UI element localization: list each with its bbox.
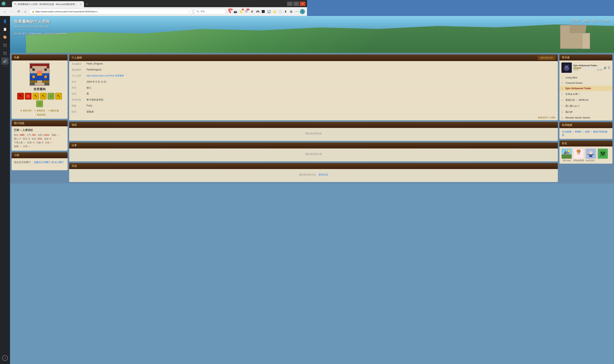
home-btn[interactable]: ⌂	[22, 9, 28, 14]
profile-homepage-link[interactable]: https://tieba.baidu.com/f?kw=世界重构	[86, 74, 124, 78]
stats-body: 已有 -- 人来访过 积分: 2985 人气: 303 金粒: 11611 贡献…	[12, 126, 68, 151]
badge-1[interactable]: ⛏	[17, 93, 24, 100]
minimize-btn[interactable]: —	[287, 2, 293, 6]
toolbar-icon-1[interactable]: 🔖 1.00	[227, 9, 232, 14]
avatar-header-label: 头像	[14, 56, 19, 59]
groups-panel: 小组 现在还没有圈子， 创建自己的圈子 或 加入圈子	[12, 152, 68, 170]
activity-empty: 现在还没有动态	[305, 132, 307, 135]
action-guestbook[interactable]: ✏ 查看留言	[34, 109, 45, 112]
art-icon: 🎨	[3, 35, 7, 39]
action-row-1: ⚙ 装扮空间 ✏ 查看留言 ✏ 编辑头像	[14, 109, 65, 112]
badge-7[interactable]: 🌿	[36, 100, 43, 107]
toolbar-icon-12[interactable]: ⊞	[289, 9, 294, 14]
profile-row-bedrock: 基岩版ID FlashDragons	[69, 67, 307, 73]
search-bar[interactable]: 🔍 搜索	[194, 9, 226, 14]
sidebar-item-art[interactable]: 🎨	[1, 34, 9, 41]
stats-panel: 统计信息 已有 -- 人来访过 积分: 2985 人气: 303 金粒: 116…	[12, 120, 68, 151]
profile-bedrock-value: FlashDragons	[86, 68, 101, 72]
content-area: 头像	[10, 53, 307, 182]
groups-body: 现在还没有圈子， 创建自己的圈子 或 加入圈子	[12, 158, 68, 170]
share-empty: 现在还没有分享	[305, 153, 307, 156]
profile-body: Java版ID Flash_Dragons 基岩版ID FlashDragons…	[69, 61, 307, 120]
toolbar-icon-4[interactable]: 🛡 11	[244, 9, 249, 14]
sound-icon: 🔊	[3, 59, 7, 63]
profile-row-java: Java版ID Flash_Dragons	[69, 61, 307, 67]
share-header: 分享	[69, 143, 307, 148]
profile-row-education: 学历 骑士	[69, 85, 307, 91]
badge-2[interactable]: 🔴	[25, 93, 32, 100]
activity-panel: 动态 现在还没有动态	[69, 122, 307, 141]
toolbar-more[interactable]: ⋯	[294, 9, 299, 14]
toolbar-icon-3[interactable]: ⭐ 2	[238, 9, 243, 14]
sidebar-item-grid1[interactable]: ⬛	[1, 41, 9, 49]
share-body: 现在还没有分享	[69, 148, 307, 161]
window-controls: — □ ✕	[287, 2, 305, 6]
action-update-profile[interactable]: 📝 更新资料	[33, 113, 46, 116]
banner: 世界重构的个人空间 https://www.mcbs.co/256281 标题 …	[10, 16, 307, 53]
sidebar-divider	[3, 66, 7, 66]
sidebar-item-list[interactable]: 📋	[1, 26, 9, 33]
back-btn[interactable]: ←	[2, 9, 8, 14]
profile-java-value: Flash_Dragons	[86, 62, 103, 66]
avatar-panel-body: 世界重构 ⛏ 🔴 ⛏ ⛏ 🌿 ⛏ 🌿 ⚙ 装扮空间	[12, 61, 68, 119]
view-all-profile: 查看全部个人资料	[69, 115, 307, 120]
stats-header: 统计信息	[12, 120, 68, 126]
forward-btn[interactable]: →	[9, 9, 14, 14]
toolbar-icon-9[interactable]: ⭐	[272, 9, 277, 14]
toolbar-icon-6[interactable]: 🎮	[255, 9, 260, 14]
grid2-icon: ⬛	[3, 51, 7, 55]
sidebar: 👤 📋 🎨 ⬛ ⬛ 🔊 +	[0, 16, 10, 182]
banner-title: 世界重构的个人空间	[14, 19, 67, 24]
toolbar-icons: 🔖 1.00 📷 ⭐ 2 🛡 11 ⬇ 🎮 🅰 🔄 ⭐ 🕐 ⬇ ⊞ ⋯ 👤	[227, 9, 305, 14]
maximize-btn[interactable]: □	[293, 2, 299, 6]
toolbar-profile[interactable]: 👤	[300, 9, 305, 14]
profile-header-row: 个人资料 编辑我的资料	[69, 54, 307, 61]
banner-text: 世界重构的个人空间 https://www.mcbs.co/256281 标题 …	[14, 19, 67, 35]
user-actions: ⚙ 装扮空间 ✏ 查看留言 ✏ 编辑头像 📝 更新资料	[14, 109, 65, 116]
tab-favicon: ⛏	[14, 3, 17, 5]
profile-row-homepage: 个人主页 https://tieba.baidu.com/f?kw=世界重构	[69, 73, 307, 79]
close-btn[interactable]: ✕	[300, 2, 305, 6]
star-icon[interactable]: ☆	[188, 10, 190, 13]
badge-5[interactable]: 🌿	[48, 93, 54, 100]
diary-body: 现在还没有日志， 发布日志	[69, 169, 307, 182]
action-wardrobe[interactable]: ⚙ 装扮空间	[20, 109, 32, 112]
active-tab[interactable]: ⛏ 世界重构的个人空间 - MCBBS纪念版 - Minecraft(我的世界)…	[12, 1, 84, 7]
sidebar-item-grid2[interactable]: ⬛	[1, 50, 9, 57]
share-panel: 分享 现在还没有分享	[69, 143, 307, 161]
group-empty: 现在还没有圈子，	[14, 161, 33, 164]
browser-window: ⛏ ⛏ 世界重构的个人空间 - MCBBS纪念版 - Minecraft(我的世…	[0, 0, 307, 16]
left-column: 头像	[12, 54, 68, 182]
browser-favicon: ⛏	[2, 2, 6, 6]
address-bar[interactable]: 🔒 https://www.mcbbs.co/home.php?mod=spac…	[29, 9, 193, 14]
badge-6[interactable]: ⛏	[55, 93, 62, 100]
refresh-btn[interactable]: ↺	[15, 9, 21, 14]
new-tab-btn[interactable]: +	[85, 1, 89, 7]
toolbar-icon-11[interactable]: ⬇	[283, 9, 288, 14]
toolbar-icon-2[interactable]: 📷	[233, 9, 238, 14]
stats-row-2: 爱心: 7 宝石: 3 钻石: 1012 金锭: 4	[14, 137, 65, 140]
username: 世界重构	[34, 87, 46, 91]
toolbar-icon-5[interactable]: ⬇	[250, 9, 255, 14]
profile-race-value: Furry	[86, 104, 92, 108]
action-edit-avatar[interactable]: ✏ 编辑头像	[48, 109, 59, 112]
toolbar-icon-7[interactable]: 🅰	[261, 9, 266, 14]
group-create-link[interactable]: 创建自己的圈子	[34, 161, 51, 164]
tab-bar: ⛏ ⛏ 世界重构的个人空间 - MCBBS纪念版 - Minecraft(我的世…	[0, 0, 307, 7]
avatar-panel: 头像	[12, 54, 68, 119]
toolbar-icon-10[interactable]: 🕐	[278, 9, 283, 14]
badge-3[interactable]: ⛏	[32, 93, 39, 100]
group-join-link[interactable]: 加入圈子	[54, 161, 64, 164]
sidebar-item-sound[interactable]: 🔊	[1, 57, 9, 65]
profile-education-value: 骑士	[86, 86, 91, 90]
profile-school-value: 希卡普到龙学院	[86, 98, 103, 102]
tab-close[interactable]: ✕	[80, 3, 82, 6]
avatar-panel-header: 头像	[12, 54, 68, 61]
badge-4[interactable]: ⛏	[40, 93, 47, 100]
banner-desc: 我仿佛又看见了那脑海的身影，是来自记忆深处的呼唤	[14, 32, 67, 35]
sidebar-item-profile[interactable]: 👤	[1, 18, 9, 25]
stats-row-4: 相册: -- 分享: --	[14, 145, 65, 148]
toolbar-icon-8[interactable]: 🔄	[266, 9, 271, 14]
diary-panel: 日志 现在还没有日志， 发布日志	[69, 163, 307, 182]
search-icon: 🔍	[196, 10, 199, 13]
